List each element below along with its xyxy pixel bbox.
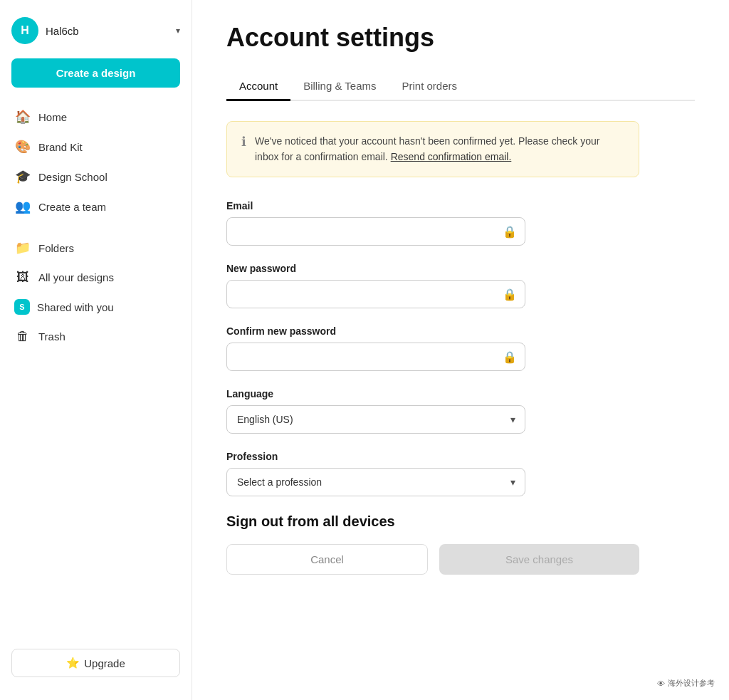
sidebar-item-trash-label: Trash <box>38 330 65 343</box>
confirm-password-input-wrapper: 🔒 <box>226 343 525 371</box>
sidebar-item-folders[interactable]: 📁 Folders <box>0 233 192 263</box>
sidebar: H Hal6cb ▾ Create a design 🏠 Home 🎨 Bran… <box>0 0 192 700</box>
info-icon: ℹ <box>241 134 246 165</box>
confirm-password-label: Confirm new password <box>226 325 525 337</box>
tabs-bar: Account Billing & Teams Print orders <box>226 73 695 101</box>
design-school-icon: 🎓 <box>14 169 31 184</box>
sidebar-item-trash[interactable]: 🗑 Trash <box>0 322 192 351</box>
profession-group: Profession Select a profession Designer … <box>226 451 525 496</box>
profession-label: Profession <box>226 451 525 462</box>
page-title: Account settings <box>226 23 695 53</box>
all-designs-icon: 🖼 <box>14 270 31 285</box>
confirm-password-lock-icon: 🔒 <box>503 350 517 363</box>
tab-print[interactable]: Print orders <box>389 73 470 101</box>
sidebar-item-home[interactable]: 🏠 Home <box>0 102 192 132</box>
upgrade-star-icon: ⭐ <box>66 657 80 669</box>
cancel-button[interactable]: Cancel <box>226 544 428 575</box>
chevron-down-icon: ▾ <box>176 26 180 36</box>
username-label: Hal6cb <box>46 25 169 37</box>
sidebar-item-brand-kit[interactable]: 🎨 Brand Kit <box>0 132 192 162</box>
sign-out-title: Sign out from all devices <box>226 513 639 530</box>
upgrade-button[interactable]: ⭐ Upgrade <box>11 649 180 677</box>
email-input-wrapper: 🔒 <box>226 217 525 246</box>
password-lock-icon: 🔒 <box>503 287 517 301</box>
folders-icon: 📁 <box>14 240 31 256</box>
language-select[interactable]: English (US) English (UK) Spanish French… <box>226 405 525 434</box>
sidebar-item-folders-label: Folders <box>38 242 74 254</box>
brand-kit-icon: 🎨 <box>14 139 31 155</box>
email-lock-icon: 🔒 <box>503 224 517 238</box>
sidebar-item-all-designs-label: All your designs <box>38 271 114 283</box>
resend-confirmation-link[interactable]: Resend confirmation email. <box>391 151 512 162</box>
tab-account[interactable]: Account <box>226 73 290 101</box>
confirmation-notice: ℹ We've noticed that your account hasn't… <box>226 121 639 177</box>
sidebar-item-home-label: Home <box>38 111 67 123</box>
trash-icon: 🗑 <box>14 329 31 344</box>
language-group: Language English (US) English (UK) Spani… <box>226 388 525 434</box>
password-input[interactable] <box>226 280 525 308</box>
profession-select[interactable]: Select a profession Designer Marketer St… <box>226 468 525 496</box>
upgrade-label: Upgrade <box>84 657 125 669</box>
action-bar: Cancel Save changes <box>226 544 639 575</box>
tab-billing[interactable]: Billing & Teams <box>290 73 389 101</box>
password-group: New password 🔒 <box>226 263 525 308</box>
sidebar-item-create-team[interactable]: 👥 Create a team <box>0 192 192 221</box>
sidebar-item-brand-kit-label: Brand Kit <box>38 141 83 153</box>
confirm-password-input[interactable] <box>226 343 525 371</box>
confirm-password-group: Confirm new password 🔒 <box>226 325 525 371</box>
sidebar-item-all-designs[interactable]: 🖼 All your designs <box>0 263 192 292</box>
sidebar-item-shared-label: Shared with you <box>37 301 114 313</box>
notice-text: We've noticed that your account hasn't b… <box>255 133 624 165</box>
password-input-wrapper: 🔒 <box>226 280 525 308</box>
create-design-button[interactable]: Create a design <box>11 58 180 88</box>
sidebar-item-design-school[interactable]: 🎓 Design School <box>0 162 192 192</box>
email-input[interactable] <box>226 217 525 246</box>
language-select-wrapper: English (US) English (UK) Spanish French… <box>226 405 525 434</box>
password-label: New password <box>226 263 525 274</box>
home-icon: 🏠 <box>14 109 31 125</box>
sidebar-item-create-team-label: Create a team <box>38 201 106 213</box>
main-content: Account settings Account Billing & Teams… <box>192 0 729 700</box>
profession-select-wrapper: Select a profession Designer Marketer St… <box>226 468 525 496</box>
sidebar-nav: 🏠 Home 🎨 Brand Kit 🎓 Design School 👥 Cre… <box>0 102 192 351</box>
sidebar-bottom: ⭐ Upgrade <box>0 637 192 689</box>
email-label: Email <box>226 200 525 211</box>
sidebar-item-shared[interactable]: S Shared with you <box>0 292 192 322</box>
save-changes-button[interactable]: Save changes <box>439 544 639 575</box>
sidebar-header[interactable]: H Hal6cb ▾ <box>0 11 192 58</box>
language-label: Language <box>226 388 525 399</box>
sign-out-section: Sign out from all devices <box>226 513 639 530</box>
sidebar-item-design-school-label: Design School <box>38 171 107 183</box>
avatar: H <box>11 17 38 44</box>
shared-badge-icon: S <box>14 299 30 315</box>
create-team-icon: 👥 <box>14 199 31 214</box>
email-group: Email 🔒 <box>226 200 525 246</box>
